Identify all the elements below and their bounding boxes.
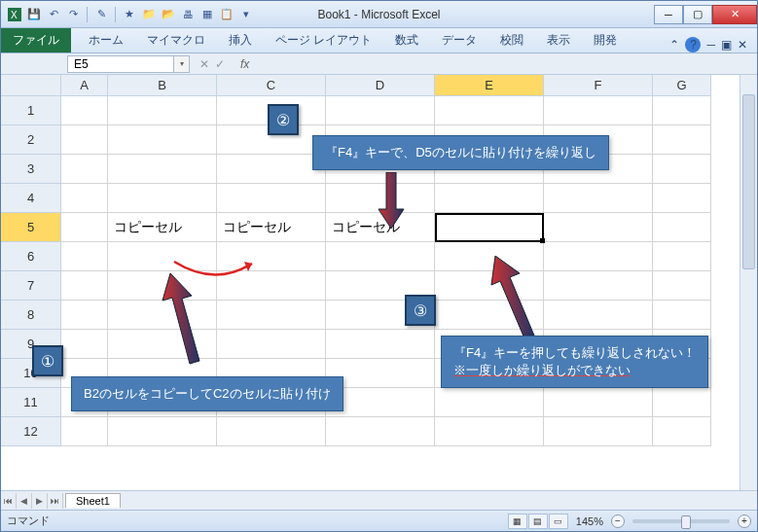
cell-C8[interactable] [217, 301, 326, 330]
cell-A1[interactable] [61, 96, 108, 125]
cell-C9[interactable] [217, 330, 326, 359]
cell-B12[interactable] [108, 417, 217, 446]
paste-icon[interactable]: 📋 [219, 7, 235, 22]
cell-B3[interactable] [108, 155, 217, 184]
doc-close-icon[interactable]: ✕ [738, 38, 747, 52]
cell-A9[interactable] [61, 330, 108, 359]
zoom-slider[interactable] [632, 519, 730, 523]
help-icon[interactable]: ? [685, 37, 701, 53]
cell-E12[interactable] [435, 417, 544, 446]
star-icon[interactable]: ★ [122, 7, 137, 22]
sheet-first-icon[interactable]: ⏮ [1, 493, 17, 509]
cell-A2[interactable] [61, 125, 108, 155]
cell-F12[interactable] [544, 417, 653, 446]
ribbon-minimize-icon[interactable]: ⌃ [669, 38, 679, 52]
dropdown-icon[interactable]: ▾ [238, 7, 254, 22]
row-header-2[interactable]: 2 [1, 125, 61, 155]
cell-G12[interactable] [653, 417, 711, 446]
cell-C3[interactable] [217, 155, 326, 184]
fx-label[interactable]: fx [240, 57, 249, 71]
cell-C7[interactable] [217, 271, 326, 301]
cell-B2[interactable] [108, 125, 217, 155]
minimize-button[interactable]: ─ [654, 5, 683, 24]
cell-G7[interactable] [653, 271, 711, 301]
undo-icon[interactable]: ↶ [46, 7, 61, 22]
cell-B6[interactable] [108, 242, 217, 271]
cell-E8[interactable] [435, 301, 544, 330]
cell-F8[interactable] [544, 301, 653, 330]
row-header-1[interactable]: 1 [1, 96, 61, 125]
name-box-dropdown[interactable]: ▾ [174, 55, 190, 73]
col-header-B[interactable]: B [108, 75, 217, 96]
cell-F1[interactable] [544, 96, 653, 125]
ribbon-tab-insert[interactable]: 挿入 [217, 28, 264, 53]
col-header-E[interactable]: E [435, 75, 544, 96]
cell-G4[interactable] [653, 184, 711, 213]
maximize-button[interactable]: ▢ [683, 5, 712, 24]
cell-G11[interactable] [653, 388, 711, 417]
cell-G8[interactable] [653, 301, 711, 330]
col-header-A[interactable]: A [61, 75, 108, 96]
sheet-prev-icon[interactable]: ◀ [17, 493, 32, 509]
col-header-G[interactable]: G [653, 75, 711, 96]
row-header-7[interactable]: 7 [1, 271, 61, 301]
ribbon-tab-review[interactable]: 校閲 [488, 28, 535, 53]
row-header-6[interactable]: 6 [1, 242, 61, 271]
row-header-11[interactable]: 11 [1, 388, 61, 417]
file-tab[interactable]: ファイル [1, 28, 71, 53]
select-all-corner[interactable] [1, 75, 61, 96]
pencil-icon[interactable]: ✎ [93, 7, 109, 22]
redo-icon[interactable]: ↷ [65, 7, 81, 22]
cell-D1[interactable] [326, 96, 435, 125]
ribbon-tab-dev[interactable]: 開発 [582, 28, 629, 53]
close-button[interactable]: ✕ [712, 5, 757, 24]
cell-A4[interactable] [61, 184, 108, 213]
ribbon-tab-view[interactable]: 表示 [535, 28, 582, 53]
ribbon-tab-home[interactable]: ホーム [77, 28, 135, 53]
cell-G5[interactable] [653, 213, 711, 242]
open-icon[interactable]: 📂 [161, 7, 176, 22]
row-header-4[interactable]: 4 [1, 184, 61, 213]
cell-C6[interactable] [217, 242, 326, 271]
cell-E11[interactable] [435, 388, 544, 417]
ribbon-tab-layout[interactable]: ページ レイアウト [264, 28, 383, 53]
row-header-8[interactable]: 8 [1, 301, 61, 330]
cell-G1[interactable] [653, 96, 711, 125]
cell-A3[interactable] [61, 155, 108, 184]
cell-A8[interactable] [61, 301, 108, 330]
scrollbar-thumb[interactable] [742, 94, 755, 269]
cell-B1[interactable] [108, 96, 217, 125]
zoom-out-button[interactable]: − [611, 514, 625, 528]
cell-B7[interactable] [108, 271, 217, 301]
cell-F4[interactable] [544, 184, 653, 213]
cell-F7[interactable] [544, 271, 653, 301]
cell-G2[interactable] [653, 125, 711, 155]
cell-D5[interactable]: コピーセル [326, 213, 435, 242]
folder-icon[interactable]: 📁 [141, 7, 157, 22]
print-icon[interactable]: 🖶 [180, 7, 196, 22]
sheet-tab[interactable]: Sheet1 [65, 493, 121, 508]
page-break-view-button[interactable]: ▭ [549, 514, 568, 529]
enter-icon[interactable]: ✓ [215, 57, 225, 71]
cell-F5[interactable] [544, 213, 653, 242]
cell-E6[interactable] [435, 242, 544, 271]
cell-E7[interactable] [435, 271, 544, 301]
cell-E1[interactable] [435, 96, 544, 125]
cell-C4[interactable] [217, 184, 326, 213]
sheet-next-icon[interactable]: ▶ [32, 493, 48, 509]
ribbon-tab-formula[interactable]: 数式 [383, 28, 430, 53]
row-header-12[interactable]: 12 [1, 417, 61, 446]
doc-minimize-icon[interactable]: ─ [706, 38, 715, 52]
grid-icon[interactable]: ▦ [199, 7, 215, 22]
cell-B4[interactable] [108, 184, 217, 213]
save-icon[interactable]: 💾 [26, 7, 42, 22]
ribbon-tab-data[interactable]: データ [430, 28, 488, 53]
cell-D12[interactable] [326, 417, 435, 446]
normal-view-button[interactable]: ▦ [508, 514, 527, 529]
row-header-5[interactable]: 5 [1, 213, 61, 242]
cell-G3[interactable] [653, 155, 711, 184]
cell-C12[interactable] [217, 417, 326, 446]
cell-E5[interactable] [435, 213, 544, 242]
col-header-F[interactable]: F [544, 75, 653, 96]
cell-D6[interactable] [326, 242, 435, 271]
